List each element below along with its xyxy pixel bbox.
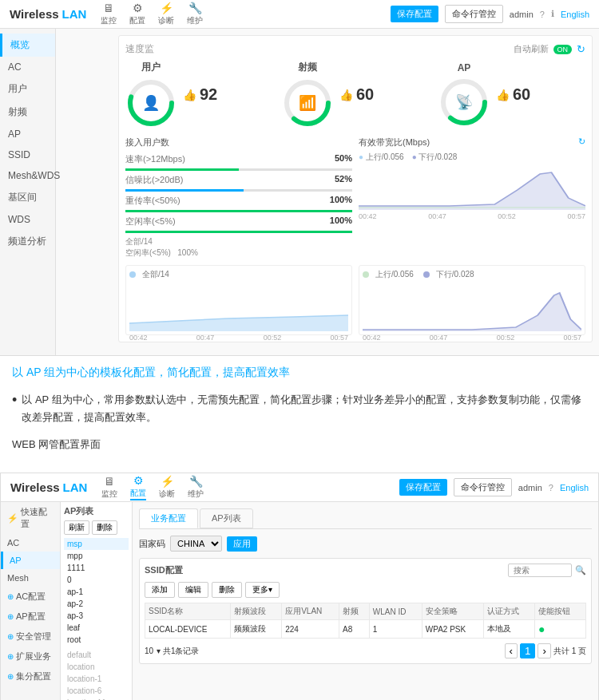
ap-item-1111[interactable]: 1111 bbox=[64, 562, 129, 574]
speed-panel: 速度监 自动刷新 ON ↻ 用户 bbox=[118, 35, 593, 342]
circle-icon-2: ⊕ bbox=[7, 612, 14, 621]
sidebar-item-mesh[interactable]: Mesh&WDS bbox=[0, 165, 55, 186]
ap-item-0[interactable]: 0 bbox=[64, 574, 129, 586]
maintain-icon: 🔧 bbox=[188, 2, 202, 14]
nav-maintain[interactable]: 🔧 维护 bbox=[187, 2, 203, 26]
col-enable: 使能按钮 bbox=[535, 603, 586, 620]
sc2-security[interactable]: ⊕安全管理 bbox=[1, 627, 60, 647]
charts-row: 全部/14 00:4200:4700:5200:57 bbox=[125, 265, 585, 335]
gauge-ap: AP 📡 👍 bbox=[438, 61, 585, 129]
refresh-icon[interactable]: ↻ bbox=[577, 43, 585, 55]
ap-item-ap1[interactable]: ap-1 bbox=[64, 586, 129, 598]
quick-icon: ⚡ bbox=[7, 513, 18, 524]
gauge-ap-icon: 📡 bbox=[455, 93, 473, 111]
sc2-cmd-button[interactable]: 命令行管控 bbox=[454, 478, 512, 496]
legend-all-label: 全部/14 bbox=[142, 269, 169, 280]
enable-dot[interactable]: ● bbox=[538, 623, 545, 635]
ap-delete-button[interactable]: 删除 bbox=[92, 520, 117, 535]
refresh2-icon[interactable]: ↻ bbox=[578, 136, 585, 148]
col-security: 安全策略 bbox=[422, 603, 483, 620]
svg-marker-8 bbox=[363, 293, 581, 331]
save-config-button[interactable]: 保存配置 bbox=[391, 6, 438, 22]
next-page-button[interactable]: › bbox=[538, 643, 550, 658]
sidebar-item-wds[interactable]: WDS bbox=[0, 209, 55, 230]
ap-item-ap2[interactable]: ap-2 bbox=[64, 598, 129, 610]
ssid-delete-button[interactable]: 删除 bbox=[212, 582, 242, 598]
sidebar-item-radio[interactable]: 射频 bbox=[0, 101, 55, 124]
screenshot2-area: Wireless LAN 🖥 监控 ⚙ 配置 ⚡ 诊断 🔧 维护 bbox=[0, 473, 599, 700]
sc2-diagnose-icon: ⚡ bbox=[161, 475, 174, 488]
sc2-body: ⚡ 快速配置 AC AP Mesh ⊕AC配置 ⊕AP配置 ⊕安全管理 ⊕扩展业… bbox=[1, 502, 598, 700]
sc2-nav-maintain[interactable]: 🔧 维护 bbox=[188, 475, 204, 500]
page-1-button[interactable]: 1 bbox=[520, 643, 535, 658]
logo-lan: LAN bbox=[62, 7, 87, 21]
diagnose-icon: ⚡ bbox=[160, 2, 173, 14]
ssid-wlanid-cell: 1 bbox=[369, 620, 422, 639]
ap-item-mpp[interactable]: mpp bbox=[64, 550, 129, 562]
bullet-text-1: 以 AP 组为中心，常用参数默认选中，无需预先配置，简化配置步骤；针对业务差异小… bbox=[22, 391, 587, 426]
ssid-add-button[interactable]: 添加 bbox=[145, 582, 175, 598]
sidebar-item-user[interactable]: 用户 bbox=[0, 77, 55, 101]
bandwidth-legend: ● 上行/0.056 ● 下行/0.028 bbox=[359, 152, 585, 163]
sidebar-item-ssid[interactable]: SSID bbox=[0, 144, 55, 165]
info-icon: ℹ bbox=[551, 9, 554, 19]
ssid-search-icon[interactable]: 🔍 bbox=[575, 565, 586, 575]
ssid-action-btns: 添加 编辑 删除 更多▾ bbox=[145, 582, 586, 598]
prev-page-button[interactable]: ‹ bbox=[505, 643, 518, 658]
sc2-nav-maintain-label: 维护 bbox=[188, 488, 204, 500]
ap-item-msp[interactable]: msp bbox=[64, 538, 129, 550]
legend-down-label: 下行/0.028 bbox=[436, 269, 474, 280]
sc2-tab-bar: 业务配置 AP列表 bbox=[139, 508, 592, 529]
quick-label: 快速配置 bbox=[21, 506, 54, 530]
ssid-vlan-cell: 224 bbox=[282, 620, 339, 639]
sidebar-item-overview[interactable]: 概览 bbox=[0, 34, 55, 57]
sidebar: 概览 AC 用户 射频 AP SSID Mesh&WDS 基区间 WDS 频道分… bbox=[0, 29, 56, 355]
sc2-nav-monitor[interactable]: 🖥 监控 bbox=[101, 475, 117, 500]
sc2-nav-config[interactable]: ⚙ 配置 bbox=[130, 474, 146, 500]
sc2-save-button[interactable]: 保存配置 bbox=[399, 479, 447, 496]
sidebar-item-ap[interactable]: AP bbox=[0, 124, 55, 144]
pagination-bar: 10 ▾ 共1条记录 ‹ 1 › 共计 1 页 bbox=[145, 643, 586, 658]
gauge-radio-circle: 📶 bbox=[282, 77, 333, 129]
ap-item-ap3[interactable]: ap-3 bbox=[64, 610, 129, 622]
ap-item-root[interactable]: root bbox=[64, 634, 129, 646]
sidebar-item-channel[interactable]: 频道分析 bbox=[0, 230, 55, 253]
country-select[interactable]: CHINA bbox=[170, 536, 222, 552]
gauge-ap-value: 60 bbox=[513, 85, 530, 104]
top-nav: 🖥 监控 ⚙ 配置 ⚡ 诊断 🔧 维护 bbox=[101, 2, 203, 26]
ap-item-leaf[interactable]: leaf bbox=[64, 622, 129, 634]
sc2-quick-config[interactable]: ⚡ 快速配置 bbox=[1, 502, 60, 534]
logo: Wireless LAN bbox=[10, 7, 86, 21]
cmd-button[interactable]: 命令行管控 bbox=[445, 5, 503, 23]
sc2-dist[interactable]: ⊕集分配置 bbox=[1, 666, 60, 686]
sc2-ap-config[interactable]: ⊕AP配置 bbox=[1, 607, 60, 627]
ssid-edit-button[interactable]: 编辑 bbox=[178, 582, 208, 598]
sc2-logo: Wireless LAN bbox=[10, 481, 87, 494]
ap-refresh-button[interactable]: 刷新 bbox=[64, 520, 89, 535]
nav-monitor[interactable]: 🖥 监控 bbox=[101, 2, 117, 26]
sc2-nav-diagnose[interactable]: ⚡ 诊断 bbox=[159, 475, 175, 500]
chart1-legend: 全部/14 bbox=[129, 269, 348, 280]
sc2-ac[interactable]: AC bbox=[1, 534, 60, 552]
ssid-table-header: SSID名称 射频波段 应用VLAN 射频 WLAN ID 安全策略 认证方式 … bbox=[145, 603, 586, 620]
ssid-more-button[interactable]: 更多▾ bbox=[245, 582, 280, 598]
sc2-ap[interactable]: AP bbox=[1, 552, 60, 569]
nav-config[interactable]: ⚙ 配置 bbox=[129, 2, 145, 26]
stats-row-speed: 速率(>12Mbps) 50% bbox=[125, 152, 352, 167]
sc2-extend[interactable]: ⊕扩展业务 bbox=[1, 647, 60, 666]
tab-business-config[interactable]: 业务配置 bbox=[139, 508, 198, 528]
sidebar-item-ac[interactable]: AC bbox=[0, 57, 55, 77]
ssid-panel: SSID配置 🔍 添加 编辑 删除 更多▾ bbox=[139, 558, 592, 664]
apply-button[interactable]: 应用 bbox=[227, 536, 257, 552]
sidebar-item-basearea[interactable]: 基区间 bbox=[0, 186, 55, 209]
lang-label[interactable]: English bbox=[561, 10, 589, 19]
tab-ap-list[interactable]: AP列表 bbox=[200, 508, 253, 528]
ssid-search-input[interactable] bbox=[508, 564, 572, 577]
stats-idle2: 空闲率(<5%) 100% bbox=[125, 247, 352, 259]
sc2-ac-config[interactable]: ⊕AC配置 bbox=[1, 587, 60, 607]
sc2-admin-label: admin bbox=[518, 483, 542, 492]
sc2-lang-label[interactable]: English bbox=[560, 483, 589, 492]
sc2-logo-wireless: Wireless bbox=[10, 481, 60, 494]
sc2-mesh[interactable]: Mesh bbox=[1, 569, 60, 587]
nav-diagnose[interactable]: ⚡ 诊断 bbox=[158, 2, 174, 26]
